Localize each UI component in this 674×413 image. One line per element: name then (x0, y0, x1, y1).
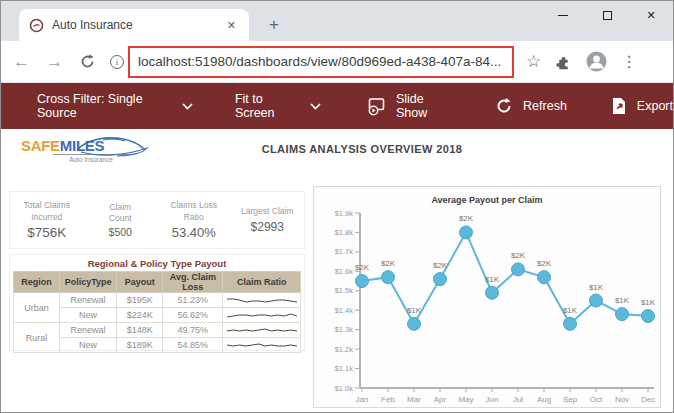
cell-region: Rural (14, 323, 60, 353)
brand-safe: SAFE (21, 137, 60, 154)
kpi-claim-count[interactable]: Claim Count $500 (84, 192, 158, 248)
svg-text:$1K: $1K (589, 283, 604, 292)
table-title: Regional & Policy Type Payout (10, 258, 304, 269)
close-button[interactable]: ✕ (629, 1, 673, 29)
col-payout[interactable]: Payout (117, 272, 163, 293)
tab-bar: Auto Insurance ✕ + ✕ (1, 1, 673, 41)
kpi-largest-claim[interactable]: Largest Claim $2993 (231, 192, 305, 248)
kpi-label: Total Claims (24, 200, 70, 211)
svg-text:$1K: $1K (407, 306, 422, 315)
kpi-label: Incurred (31, 212, 62, 223)
svg-text:Jul: Jul (513, 395, 523, 404)
kpi-label: Ratio (184, 212, 204, 223)
svg-text:$2K: $2K (433, 261, 448, 270)
slide-show-icon (367, 97, 386, 116)
maximize-button[interactable] (585, 1, 629, 29)
back-icon[interactable]: ← (13, 52, 30, 72)
site-info-icon[interactable]: i (110, 55, 124, 69)
kpi-value: $500 (109, 226, 132, 238)
payout-table-card: Regional & Policy Type Payout Region Pol… (9, 254, 305, 351)
cell-avg-claim-loss: 54.85% (163, 338, 223, 353)
brand-miles: MILES (60, 137, 104, 154)
browser-tab[interactable]: Auto Insurance ✕ (19, 9, 249, 41)
cell-policy-type: Renewal (59, 323, 116, 338)
url-annotation-highlight[interactable]: localhost:51980/dashboards/view/80d969ed… (128, 46, 514, 78)
svg-text:$2K: $2K (537, 259, 552, 268)
slide-show-label: Slide Show (396, 92, 449, 120)
table-row[interactable]: Rural Renewal $148K 49.75% (14, 323, 301, 338)
extensions-puzzle-icon[interactable] (555, 53, 572, 70)
tab-close-icon[interactable]: ✕ (224, 19, 239, 32)
safemiles-logo: SAFEMILES Auto Insurance (21, 137, 151, 163)
cell-region: Urban (14, 293, 60, 323)
reload-icon[interactable] (79, 53, 96, 70)
svg-text:$1.7k: $1.7k (335, 247, 354, 256)
cell-avg-claim-loss: 51.23% (163, 293, 223, 308)
minimize-button[interactable] (541, 1, 585, 29)
kpi-claims-loss-ratio[interactable]: Claims Loss Ratio 53.40% (157, 192, 231, 248)
url-text[interactable]: localhost:51980/dashboards/view/80d969ed… (138, 54, 501, 69)
svg-text:$1.3k: $1.3k (335, 325, 354, 334)
kpi-label: Claim (109, 202, 131, 213)
claim-ratio-sparkline (225, 309, 298, 321)
svg-text:$1.5k: $1.5k (335, 286, 354, 295)
svg-text:Aug: Aug (537, 395, 551, 404)
kpi-value: $756K (27, 225, 66, 240)
claim-ratio-sparkline (225, 294, 298, 306)
cell-policy-type: New (59, 308, 116, 323)
svg-text:Oct: Oct (590, 395, 603, 404)
svg-text:Jun: Jun (486, 395, 499, 404)
claim-ratio-sparkline (225, 324, 298, 336)
dashboard-content: SAFEMILES Auto Insurance CLAIMS ANALYSIS… (1, 129, 673, 412)
kpi-label: Largest Claim (241, 206, 293, 217)
refresh-button[interactable]: Refresh (495, 97, 567, 115)
svg-text:$1.6k: $1.6k (335, 267, 354, 276)
brand-text: SAFEMILES (21, 137, 151, 154)
svg-text:Nov: Nov (615, 395, 629, 404)
col-claim-ratio[interactable]: Claim Ratio (223, 272, 301, 293)
export-button[interactable]: Export (611, 97, 673, 115)
cell-avg-claim-loss: 56.62% (163, 308, 223, 323)
cell-policy-type: Renewal (59, 293, 116, 308)
slide-show-button[interactable]: Slide Show (367, 92, 449, 120)
kpi-value: 53.40% (172, 225, 216, 240)
col-avg-claim-loss[interactable]: Avg. Claim Loss (163, 272, 223, 293)
new-tab-button[interactable]: + (261, 12, 287, 38)
col-policytype[interactable]: PolicyType (59, 272, 116, 293)
dashboard-title: CLAIMS ANALYSIS OVERVIEW 2018 (151, 143, 573, 155)
svg-text:$1K: $1K (641, 298, 656, 307)
cell-payout: $189K (117, 338, 163, 353)
kpi-label: Claims Loss (171, 200, 217, 211)
chevron-down-icon (310, 103, 321, 110)
svg-text:$1.1k: $1.1k (335, 364, 354, 373)
chart-title: Average Payout per Claim (314, 195, 660, 205)
tab-title: Auto Insurance (52, 18, 224, 32)
kpi-value: $2993 (251, 220, 284, 234)
profile-avatar-icon[interactable] (586, 51, 607, 72)
browser-menu-icon[interactable]: ⋮ (621, 52, 637, 71)
svg-text:Mar: Mar (407, 395, 421, 404)
average-payout-line-chart[interactable]: $1.0k$1.1k$1.2k$1.3k$1.4k$1.5k$1.6k$1.7k… (314, 187, 660, 407)
svg-text:$2K: $2K (381, 259, 396, 268)
forward-icon[interactable]: → (46, 52, 63, 72)
table-row[interactable]: Urban Renewal $195K 51.23% (14, 293, 301, 308)
chevron-down-icon (182, 103, 193, 110)
svg-text:May: May (458, 395, 473, 404)
svg-text:$1K: $1K (485, 275, 500, 284)
dashboard-toolbar: Cross Filter: Single Source Fit to Scree… (1, 83, 673, 129)
cross-filter-dropdown[interactable]: Cross Filter: Single Source (37, 92, 193, 120)
svg-text:Apr: Apr (434, 395, 447, 404)
kpi-total-claims-incurred[interactable]: Total Claims Incurred $756K (10, 192, 84, 248)
window-controls: ✕ (541, 1, 673, 29)
refresh-label: Refresh (523, 99, 567, 113)
svg-text:$1.2k: $1.2k (335, 345, 354, 354)
svg-text:$1K: $1K (615, 296, 630, 305)
col-region[interactable]: Region (14, 272, 60, 293)
svg-text:$1.9k: $1.9k (335, 209, 354, 218)
bookmark-star-icon[interactable]: ☆ (526, 51, 541, 72)
fit-to-screen-dropdown[interactable]: Fit to Screen (235, 92, 321, 120)
kpi-card: Total Claims Incurred $756K Claim Count … (9, 191, 305, 249)
browser-window: Auto Insurance ✕ + ✕ ← → i localhost:519… (0, 0, 674, 413)
kpi-label: Count (109, 213, 132, 224)
cell-policy-type: New (59, 338, 116, 353)
